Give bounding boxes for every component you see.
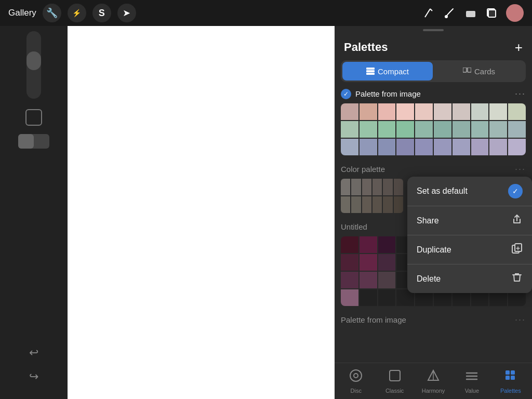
swatch[interactable] [378, 103, 396, 120]
swatch[interactable] [434, 139, 451, 155]
nav-harmony[interactable]: Harmony [414, 366, 453, 397]
nav-value-label: Value [465, 388, 479, 394]
palettes-nav-icon [504, 369, 517, 385]
svg-line-0 [425, 9, 430, 17]
palette-from-image-section: ✓ Palette from image ··· [335, 88, 532, 164]
context-set-default-label: Set as default [417, 187, 468, 196]
context-duplicate[interactable]: Duplicate [407, 235, 532, 264]
palette-from-image-swatches[interactable] [341, 103, 526, 155]
swatch[interactable] [489, 103, 507, 120]
swatch[interactable] [508, 139, 526, 155]
layers-icon[interactable] [485, 7, 498, 19]
context-menu: Set as default ✓ Share Duplicate Delete [407, 177, 532, 293]
opacity-slider[interactable] [18, 134, 49, 149]
left-sidebar: ↩ ↪ [0, 26, 68, 399]
untitled-palette-label: Untitled [341, 222, 367, 231]
tab-compact[interactable]: Compact [342, 62, 433, 81]
svg-rect-20 [506, 376, 510, 380]
context-share-label: Share [417, 216, 439, 225]
swatch[interactable] [489, 139, 507, 155]
swatch[interactable] [508, 103, 526, 120]
svg-rect-21 [511, 376, 515, 380]
duplicate-icon [511, 243, 523, 257]
palette-from-image-2-menu-button[interactable]: ··· [515, 314, 526, 325]
nav-disc[interactable]: Disc [337, 366, 375, 397]
swatch[interactable] [341, 103, 358, 120]
nav-harmony-label: Harmony [422, 388, 445, 394]
swatch[interactable] [471, 103, 489, 120]
swatch[interactable] [360, 121, 377, 138]
swatch[interactable] [378, 139, 396, 155]
redo-button[interactable]: ↪ [29, 370, 38, 383]
swatch[interactable] [453, 139, 470, 155]
gallery-button[interactable]: Gallery [8, 8, 36, 18]
palette-from-image-2-name: Palette from image [341, 315, 406, 324]
classic-icon [388, 369, 402, 385]
swatch[interactable] [396, 121, 414, 138]
palettes-header: Palettes + [335, 31, 532, 60]
tab-compact-label: Compact [378, 67, 409, 76]
svg-rect-8 [366, 73, 375, 75]
svg-point-12 [354, 374, 358, 378]
swatch[interactable] [341, 139, 358, 155]
swatch[interactable] [434, 121, 451, 138]
context-set-default[interactable]: Set as default ✓ [407, 177, 532, 206]
context-delete-label: Delete [417, 274, 441, 284]
toolbar-left: Gallery 🔧 ⚡ S ➤ [8, 4, 136, 22]
wrench-button[interactable]: 🔧 [43, 4, 61, 22]
context-delete[interactable]: Delete [407, 264, 532, 293]
svg-rect-3 [466, 11, 475, 17]
nav-disc-label: Disc [351, 388, 362, 394]
swatch[interactable] [378, 121, 396, 138]
letter-s-button[interactable]: S [92, 4, 111, 22]
palette-from-image-2-section: Palette from image ··· [335, 314, 532, 338]
nav-value[interactable]: Value [453, 366, 491, 397]
color-palette-label: Color palette [341, 165, 385, 174]
top-toolbar: Gallery 🔧 ⚡ S ➤ [0, 0, 532, 26]
avatar[interactable] [506, 4, 524, 22]
swatch[interactable] [341, 121, 358, 138]
svg-point-11 [350, 370, 362, 381]
palette-from-image-menu-button[interactable]: ··· [515, 88, 526, 99]
swatch[interactable] [434, 103, 451, 120]
pen-tool-icon[interactable] [423, 7, 435, 19]
palettes-title: Palettes [344, 41, 388, 54]
arrow-button[interactable]: ➤ [117, 4, 136, 22]
swatch[interactable] [471, 139, 489, 155]
swatch[interactable] [360, 139, 377, 155]
checkmark-icon: ✓ [508, 184, 523, 198]
swatch[interactable] [508, 121, 526, 138]
undo-button[interactable]: ↩ [29, 346, 38, 360]
swatch[interactable] [453, 103, 470, 120]
color-palette-menu-button[interactable]: ··· [515, 164, 526, 175]
tab-switcher: Compact Cards [341, 60, 526, 82]
swatch[interactable] [396, 139, 414, 155]
svg-rect-18 [506, 370, 510, 375]
share-icon [511, 214, 523, 228]
eraser-tool-icon[interactable] [464, 7, 477, 19]
svg-rect-6 [366, 68, 375, 70]
palette-section-label: ✓ Palette from image [341, 89, 421, 99]
nav-palettes[interactable]: Palettes [491, 366, 530, 397]
color-palette-header: Color palette ··· [341, 164, 526, 175]
swatch[interactable] [415, 139, 433, 155]
palette-check-icon: ✓ [341, 89, 351, 99]
swatch[interactable] [453, 121, 470, 138]
shape-tool-icon[interactable] [25, 109, 42, 126]
nav-classic[interactable]: Classic [375, 366, 414, 397]
swatch[interactable] [489, 121, 507, 138]
palette-from-image-2-header: Palette from image ··· [341, 314, 526, 325]
context-share[interactable]: Share [407, 206, 532, 235]
svg-rect-5 [488, 10, 496, 17]
brush-tool-icon[interactable] [444, 7, 456, 19]
size-slider[interactable] [26, 31, 41, 99]
swatch[interactable] [471, 121, 489, 138]
swatch[interactable] [396, 103, 414, 120]
add-palette-button[interactable]: + [515, 41, 523, 54]
swatch[interactable] [415, 103, 433, 120]
smudge-button[interactable]: ⚡ [68, 4, 86, 22]
swatch[interactable] [360, 103, 377, 120]
swatch[interactable] [415, 121, 433, 138]
svg-line-1 [430, 9, 432, 11]
tab-cards[interactable]: Cards [434, 62, 524, 81]
